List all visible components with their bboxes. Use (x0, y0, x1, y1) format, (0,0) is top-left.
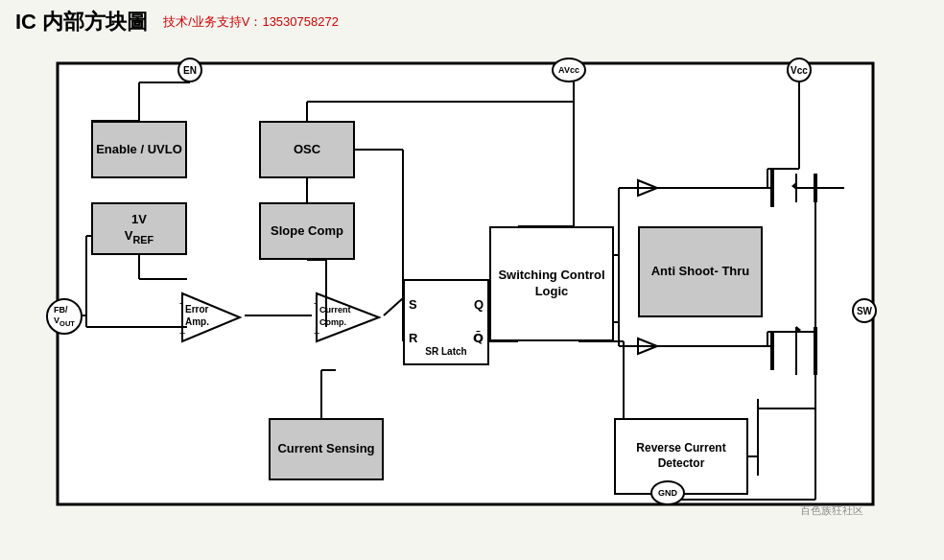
pin-SW: SW (852, 298, 877, 323)
svg-text:-: - (179, 296, 183, 308)
diagram-container: EN AVcc Vcc FB/VOUT SW GND Enable / UVLO… (29, 44, 911, 533)
support-info: 技术/业务支持V：13530758272 (163, 13, 339, 31)
svg-text:Amp.: Amp. (185, 316, 209, 327)
svg-text:Current: Current (319, 305, 351, 315)
svg-marker-13 (791, 182, 796, 190)
current-sensing-block: Current Sensing (269, 418, 384, 480)
pin-Vcc: Vcc (787, 58, 812, 82)
svg-marker-21 (796, 326, 801, 334)
watermark: 百色族狂社区 (800, 503, 863, 518)
svg-marker-25 (638, 180, 657, 196)
osc-block: OSC (259, 121, 355, 178)
svg-text:+: + (314, 327, 319, 338)
pin-GND: GND (650, 480, 685, 505)
svg-text:Comp.: Comp. (319, 317, 346, 327)
header: IC 内部方块圖 技术/业务支持V：13530758272 (0, 0, 944, 44)
enable-uvlo-block: Enable / UVLO (91, 121, 187, 178)
current-comp: Current Comp. - + (312, 289, 389, 350)
pin-EN: EN (177, 58, 202, 82)
svg-marker-29 (638, 338, 657, 354)
error-amp: Error Amp. - + (177, 289, 245, 350)
svg-text:-: - (314, 296, 318, 308)
slope-comp-block: Slope Comp (259, 202, 355, 260)
page-title: IC 内部方块圖 (15, 8, 148, 36)
sr-latch-block: S Q R Q̄ SR Latch (403, 279, 489, 365)
switching-control-block: Switching Control Logic (489, 226, 614, 341)
pin-FB: FB/VOUT (46, 298, 83, 335)
svg-text:Error: Error (185, 304, 209, 315)
reverse-detector-block: Reverse Current Detector (614, 418, 748, 495)
pin-AVcc: AVcc (552, 58, 586, 82)
vref-block: 1VVREF (91, 202, 187, 255)
anti-shoot-thru-block: Anti Shoot- Thru (638, 226, 763, 317)
svg-text:+: + (179, 327, 185, 338)
